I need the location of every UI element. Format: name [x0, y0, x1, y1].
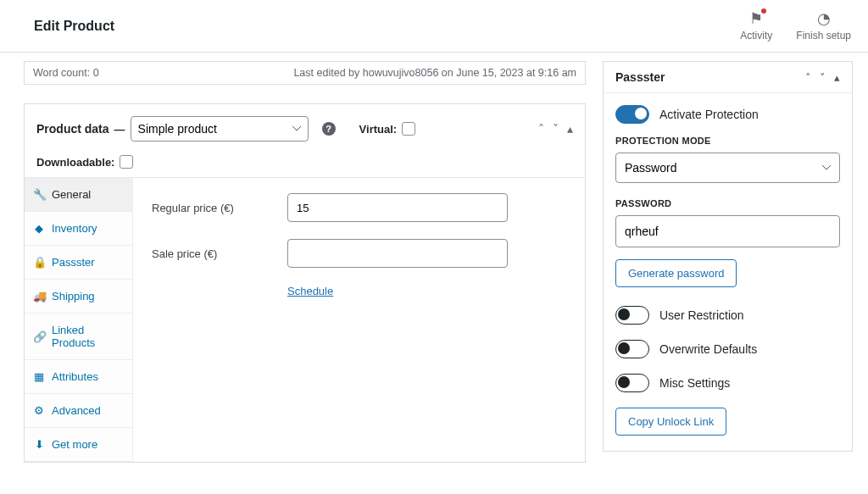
overwrite-defaults-toggle[interactable]	[615, 340, 649, 358]
truck-icon: 🚚	[33, 290, 45, 303]
panel-collapse-icon[interactable]: ▴	[834, 71, 840, 84]
password-input[interactable]	[615, 215, 840, 247]
tab-shipping[interactable]: 🚚 Shipping	[25, 280, 132, 314]
passster-title: Passster	[615, 70, 665, 84]
inventory-icon: ◆	[33, 222, 45, 235]
sale-price-label: Sale price (€)	[152, 247, 287, 260]
downloadable-label: Downloadable:	[36, 156, 114, 169]
top-actions: ⚑ Activity ◔ Finish setup	[740, 10, 851, 42]
regular-price-input[interactable]	[287, 193, 508, 222]
product-data-title: Product data	[36, 122, 109, 136]
activity-label: Activity	[740, 30, 772, 42]
finish-setup-button[interactable]: ◔ Finish setup	[796, 10, 851, 42]
protection-mode-label: PROTECTION MODE	[615, 136, 840, 146]
overwrite-defaults-row: Overwrite Defaults	[615, 340, 840, 358]
product-data-header: Product data — Simple product ? Virtual:…	[25, 104, 585, 178]
finish-setup-label: Finish setup	[796, 30, 851, 42]
lock-icon: 🔒	[33, 256, 45, 269]
misc-settings-row: Misc Settings	[615, 374, 840, 392]
tab-linked-products[interactable]: 🔗 Linked Products	[25, 314, 132, 360]
user-restriction-toggle[interactable]	[615, 306, 649, 325]
misc-settings-label: Misc Settings	[659, 376, 730, 390]
page-title: Edit Product	[34, 19, 114, 34]
right-column: Passster ˄ ˅ ▴ Activate Protection PROTE…	[603, 61, 853, 480]
content-wrap: Word count: 0 Last edited by howuvujivo8…	[0, 53, 868, 488]
tab-attributes[interactable]: ▦ Attributes	[25, 360, 132, 394]
sale-price-input[interactable]	[287, 239, 508, 268]
general-panel: Regular price (€) Sale price (€) Schedul…	[133, 178, 585, 462]
virtual-label: Virtual:	[359, 123, 398, 136]
panel-up-icon[interactable]: ˄	[805, 71, 811, 84]
product-data-dash: —	[114, 123, 125, 136]
user-restriction-label: User Restriction	[659, 308, 744, 322]
last-edited: Last edited by howuvujivo8056 on June 15…	[293, 67, 576, 79]
passster-panel-toggles: ˄ ˅ ▴	[805, 71, 840, 84]
wrench-icon: 🔧	[33, 188, 45, 201]
user-restriction-row: User Restriction	[615, 306, 840, 325]
passster-box: Passster ˄ ˅ ▴ Activate Protection PROTE…	[603, 61, 853, 452]
schedule-link[interactable]: Schedule	[287, 285, 566, 297]
tab-get-more[interactable]: ⬇ Get more	[25, 428, 132, 462]
flag-icon: ⚑	[749, 10, 763, 27]
download-icon: ⬇	[33, 438, 45, 451]
product-data-body: 🔧 General ◆ Inventory 🔒 Passster 🚚 Shipp…	[25, 178, 585, 462]
progress-icon: ◔	[817, 10, 831, 27]
product-data-box: Product data — Simple product ? Virtual:…	[24, 103, 586, 463]
gear-icon: ⚙	[33, 404, 45, 417]
sale-price-row: Sale price (€)	[152, 239, 566, 268]
activity-button[interactable]: ⚑ Activity	[740, 10, 772, 42]
link-icon: 🔗	[33, 330, 45, 343]
passster-head: Passster ˄ ˅ ▴	[604, 62, 852, 93]
panel-up-icon[interactable]: ˄	[538, 122, 544, 136]
activate-protection-label: Activate Protection	[659, 108, 759, 121]
panel-down-icon[interactable]: ˅	[820, 71, 826, 84]
word-count: Word count: 0	[33, 67, 99, 79]
protection-mode-select[interactable]: Password	[615, 153, 840, 183]
product-data-tabs: 🔧 General ◆ Inventory 🔒 Passster 🚚 Shipp…	[25, 178, 133, 462]
panel-down-icon[interactable]: ˅	[553, 122, 559, 136]
editor-meta: Word count: 0 Last edited by howuvujivo8…	[24, 61, 586, 85]
password-label: PASSWORD	[615, 198, 840, 208]
downloadable-checkbox[interactable]	[120, 155, 133, 169]
tab-passster[interactable]: 🔒 Passster	[25, 246, 132, 280]
regular-price-row: Regular price (€)	[152, 193, 566, 222]
left-column: Word count: 0 Last edited by howuvujivo8…	[24, 61, 586, 480]
panel-collapse-icon[interactable]: ▴	[567, 122, 573, 136]
tab-inventory[interactable]: ◆ Inventory	[25, 212, 132, 246]
regular-price-label: Regular price (€)	[152, 202, 287, 214]
product-type-select[interactable]: Simple product	[131, 116, 309, 142]
passster-body: Activate Protection PROTECTION MODE Pass…	[604, 93, 852, 451]
misc-settings-toggle[interactable]	[615, 374, 649, 392]
attributes-icon: ▦	[33, 370, 45, 383]
tab-advanced[interactable]: ⚙ Advanced	[25, 394, 132, 428]
activate-protection-toggle[interactable]	[615, 105, 649, 124]
activate-protection-row: Activate Protection	[615, 105, 840, 124]
generate-password-button[interactable]: Generate password	[615, 259, 737, 287]
virtual-checkbox[interactable]	[402, 122, 415, 136]
copy-unlock-link-button[interactable]: Copy Unlock Link	[615, 408, 726, 436]
help-icon[interactable]: ?	[322, 122, 336, 136]
top-bar: Edit Product ⚑ Activity ◔ Finish setup	[0, 0, 868, 53]
passster-toggles: User Restriction Overwrite Defaults Misc…	[615, 306, 840, 392]
panel-order-toggles: ˄ ˅ ▴	[538, 122, 573, 136]
tab-general[interactable]: 🔧 General	[24, 178, 132, 212]
overwrite-defaults-label: Overwrite Defaults	[659, 342, 757, 356]
